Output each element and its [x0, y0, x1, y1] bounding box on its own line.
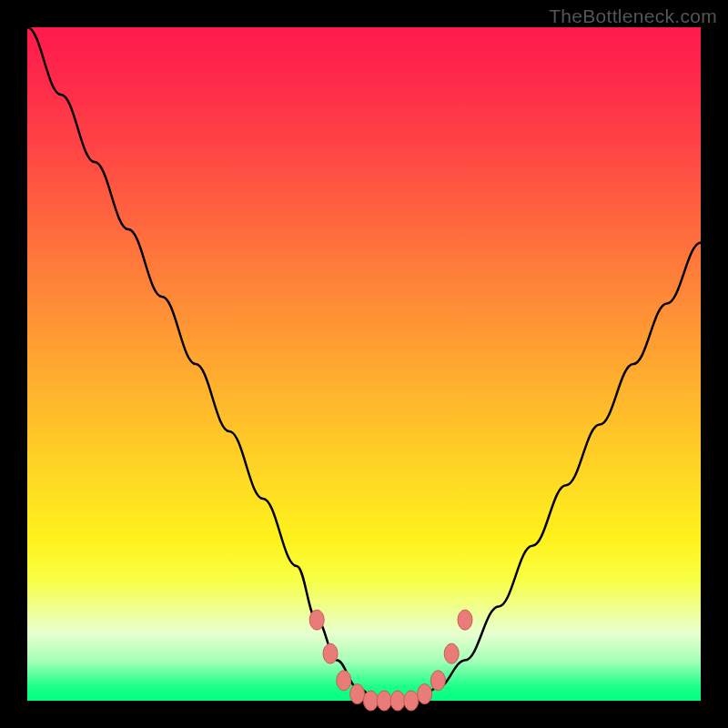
chart-frame: TheBottleneck.com: [0, 0, 728, 728]
svg-point-6: [390, 691, 405, 711]
svg-point-4: [363, 691, 378, 711]
svg-point-1: [323, 643, 338, 663]
bottleneck-curve: [27, 27, 701, 701]
svg-point-5: [377, 691, 391, 711]
optimal-range-markers: [309, 610, 472, 711]
svg-point-9: [430, 671, 445, 691]
svg-point-2: [337, 671, 351, 691]
svg-point-7: [404, 691, 419, 711]
plot-area: [27, 27, 701, 701]
svg-point-10: [444, 643, 459, 663]
watermark-text: TheBottleneck.com: [549, 5, 717, 27]
svg-point-0: [309, 610, 324, 630]
svg-point-11: [458, 610, 472, 630]
svg-point-3: [350, 684, 365, 704]
curve-svg: [27, 27, 701, 701]
svg-point-8: [418, 684, 432, 704]
